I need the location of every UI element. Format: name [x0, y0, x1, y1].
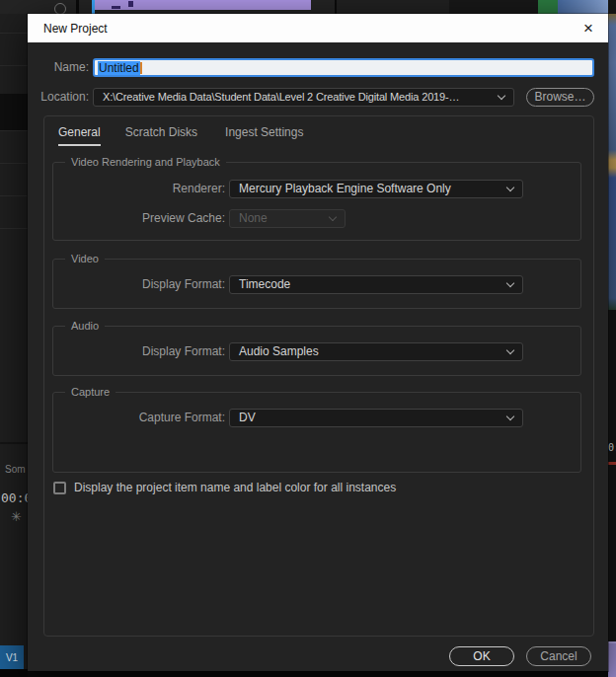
renderer-value: Mercury Playback Engine Software Only [239, 182, 451, 195]
capture-format-label: Capture Format: [53, 409, 225, 427]
group-legend: Video Rendering and Playback [65, 155, 226, 170]
group-video-rendering: Video Rendering and Playback Renderer: M… [52, 162, 581, 241]
audio-display-format-dropdown[interactable]: Audio Samples [229, 342, 523, 361]
checkbox-unchecked[interactable] [53, 482, 66, 494]
location-label: Location: [28, 88, 89, 107]
capture-format-dropdown[interactable]: DV [229, 409, 523, 427]
display-item-name-checkbox-row[interactable]: Display the project item name and label … [53, 481, 396, 495]
chevron-down-icon [498, 92, 505, 100]
close-icon[interactable]: × [578, 20, 598, 37]
dialog-titlebar[interactable]: New Project × [28, 14, 608, 42]
group-legend: Video [65, 252, 105, 266]
name-label: Name: [28, 58, 89, 77]
settings-panel: General Scratch Disks Ingest Settings Vi… [43, 115, 594, 637]
group-legend: Capture [65, 385, 116, 400]
preview-cache-value: None [239, 211, 268, 225]
dialog-body: Name: Untitled Location: X:\Creative Med… [28, 42, 608, 671]
row-divider [0, 130, 28, 131]
premiere-app: Som 00:0 ✳ V1 0: New Project × Name: Unt… [0, 0, 616, 677]
row-divider [0, 33, 28, 34]
right-panel-strip: 0: [608, 0, 616, 677]
row-divider [0, 65, 28, 66]
text-caret [140, 62, 142, 74]
dialog-title: New Project [43, 22, 108, 36]
red-marker [608, 462, 616, 465]
audio-display-format-value: Audio Samples [239, 344, 319, 358]
ok-button[interactable]: OK [449, 646, 514, 666]
tab-bar: General Scratch Disks Ingest Settings [58, 125, 303, 146]
left-panel-strip: Som 00:0 ✳ V1 [0, 14, 28, 677]
panel-segment [449, 0, 538, 14]
video-display-format-value: Timecode [239, 277, 290, 291]
project-name-input[interactable]: Untitled [93, 58, 594, 77]
timeline-top-strip [0, 0, 616, 14]
location-dropdown[interactable]: X:\Creative Media Data\Student Data\Leve… [93, 88, 514, 107]
chevron-down-icon [329, 213, 337, 221]
timeline-clip-purple-right [608, 641, 616, 677]
video-display-format-label: Display Format: [53, 275, 225, 294]
video-preview-sliver [608, 14, 616, 310]
new-project-dialog: New Project × Name: Untitled Location: X… [28, 14, 608, 671]
audio-display-format-label: Display Format: [53, 342, 225, 361]
chevron-down-icon [506, 346, 514, 354]
panel-segment [337, 0, 449, 14]
renderer-dropdown[interactable]: Mercury Playback Engine Software Only [229, 180, 523, 198]
timecode-fragment: 0: [608, 442, 616, 453]
app-bottom-band [28, 671, 608, 677]
panel-divider [0, 442, 28, 444]
group-legend: Audio [65, 319, 105, 334]
group-video: Video Display Format: Timecode [52, 259, 581, 309]
clip-mark [112, 6, 120, 9]
selected-text: Untitled [98, 61, 140, 75]
tab-gap [101, 125, 125, 146]
panel-bottom-strip [0, 669, 28, 677]
chevron-down-icon [506, 184, 514, 191]
cancel-button[interactable]: Cancel [526, 646, 591, 666]
capture-format-value: DV [239, 411, 256, 424]
row-divider [0, 195, 28, 196]
row-divider [0, 163, 28, 164]
preview-cache-label: Preview Cache: [53, 209, 225, 228]
chevron-down-icon [506, 279, 514, 287]
group-capture: Capture Capture Format: DV [52, 392, 581, 473]
preview-cache-dropdown: None [229, 209, 346, 228]
renderer-label: Renderer: [53, 180, 225, 198]
tab-gap [197, 125, 225, 146]
clip-name-partial: Som [5, 464, 26, 475]
tab-ingest-settings[interactable]: Ingest Settings [225, 125, 303, 146]
selected-row-strip [0, 94, 28, 130]
effects-snowflake-icon: ✳ [11, 509, 22, 524]
program-monitor-sliver [538, 0, 558, 14]
row-divider [0, 228, 28, 229]
chevron-down-icon [506, 413, 514, 420]
checkbox-label: Display the project item name and label … [74, 481, 396, 495]
browse-button[interactable]: Browse… [526, 88, 594, 107]
clip-mark [128, 1, 133, 7]
tab-scratch-disks[interactable]: Scratch Disks [125, 125, 197, 146]
video-display-format-dropdown[interactable]: Timecode [229, 275, 523, 294]
location-value: X:\Creative Media Data\Student Data\Leve… [103, 91, 459, 103]
track-v1-badge[interactable]: V1 [0, 645, 24, 669]
group-audio: Audio Display Format: Audio Samples [52, 326, 581, 376]
panel-divider [76, 0, 79, 14]
tab-general[interactable]: General [58, 125, 101, 146]
timeline-clip-purple[interactable] [95, 0, 311, 10]
timecode-display: 00:0 [1, 490, 28, 505]
